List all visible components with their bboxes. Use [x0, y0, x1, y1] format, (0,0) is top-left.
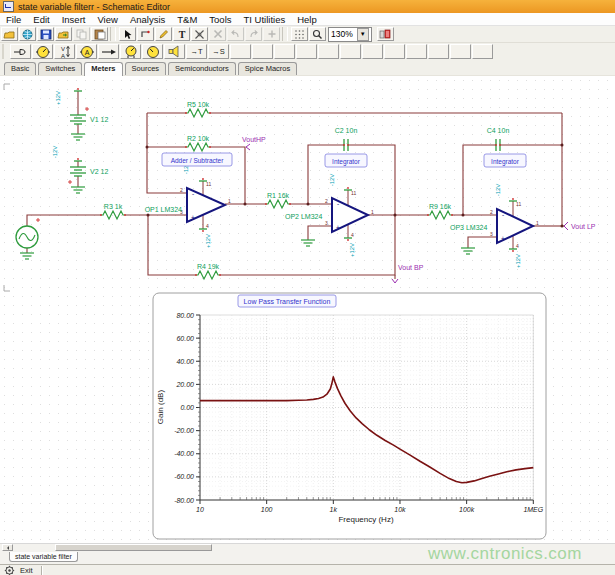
grid-toggle-button[interactable] [291, 27, 308, 41]
toolbar-grip[interactable] [2, 44, 9, 59]
resistor-r3[interactable] [101, 211, 125, 219]
resistor-r9[interactable] [428, 211, 452, 219]
ground-symbol[interactable] [20, 253, 34, 259]
paste-button[interactable] [91, 27, 108, 41]
label-op1-vplus: +12V [205, 234, 211, 248]
tab-switches[interactable]: Switches [38, 62, 82, 75]
main-toolbar: T 130% ▼ [0, 26, 615, 43]
add-button[interactable] [263, 27, 280, 41]
x-tick-label: 1MEG [523, 506, 543, 513]
label-r4: R4 19k [197, 263, 220, 270]
ground-symbol[interactable] [461, 248, 475, 254]
text-tool-button[interactable]: T [173, 27, 190, 41]
delete-icon [213, 29, 223, 39]
va-arrows-icon: VA [58, 45, 72, 58]
menu-help[interactable]: Help [291, 14, 323, 25]
signal-generator[interactable] [16, 226, 38, 248]
component-jack-button[interactable] [10, 44, 31, 59]
multimeter-icon [123, 45, 139, 59]
resistor-r5[interactable] [186, 109, 210, 117]
undo-button[interactable] [227, 27, 244, 41]
status-exit-label[interactable]: Exit [20, 566, 33, 575]
resistor-r2[interactable] [186, 143, 210, 151]
scrollbar-thumb[interactable] [55, 544, 212, 551]
import-button[interactable] [55, 27, 72, 41]
component-ammeter-button[interactable]: A [76, 44, 97, 59]
component-ohmmeter-button[interactable] [142, 44, 163, 59]
y-tick-label: 0.00 [180, 404, 194, 411]
op3-pin2: 2 [490, 209, 493, 215]
capacitor-c4[interactable] [495, 139, 501, 151]
x-tick-label: 10k [394, 506, 406, 513]
component-va-meter-button[interactable]: VA [54, 44, 75, 59]
vouthp-pin-marker [246, 144, 250, 150]
gear-icon[interactable] [4, 565, 15, 575]
menu-tools[interactable]: Tools [203, 14, 237, 25]
component-jump-to-s-button[interactable]: →S [208, 44, 229, 59]
draw-tool-button[interactable] [155, 27, 172, 41]
transfer-function-chart[interactable]: 80.0060.0040.0020.000.00-20.00-40.00-60.… [153, 293, 546, 539]
resistor-r4[interactable] [196, 271, 220, 279]
component-empty-slot [296, 44, 317, 59]
interactive-mode-button[interactable] [377, 27, 394, 41]
wire-tool-button[interactable] [137, 27, 154, 41]
wire[interactable] [308, 226, 332, 240]
component-speaker-button[interactable] [164, 44, 185, 59]
globe-icon [21, 29, 34, 40]
magnifier-icon [312, 29, 323, 40]
capacitor-c2[interactable] [343, 139, 349, 151]
text-tool-icon: T [177, 29, 187, 40]
toolbar-separator [282, 27, 288, 41]
ground-symbol[interactable] [301, 240, 315, 246]
menu-file[interactable]: File [0, 14, 27, 25]
svg-text:V: V [61, 46, 65, 52]
wire[interactable] [148, 215, 196, 275]
menu-ti-utilities[interactable]: TI Utilities [238, 14, 292, 25]
open-file-button[interactable] [1, 27, 18, 41]
wire[interactable] [468, 237, 497, 248]
component-empty-slot [472, 44, 493, 59]
cross-wires-button[interactable] [191, 27, 208, 41]
component-multimeter-button[interactable] [120, 44, 141, 59]
battery-v2[interactable] [70, 167, 86, 176]
battery-v1[interactable] [70, 115, 86, 124]
ground-symbol[interactable] [71, 134, 85, 140]
component-jump-to-t-button[interactable]: →T [186, 44, 207, 59]
x-tick-label: 100 [261, 506, 273, 513]
junction-dot [146, 146, 149, 149]
delete-button[interactable] [209, 27, 226, 41]
copy-button[interactable] [73, 27, 90, 41]
scroll-left-button[interactable] [2, 544, 13, 551]
tab-semiconductors[interactable]: Semiconductors [168, 62, 236, 75]
op1-pin2: 2 [180, 187, 183, 193]
component-tabs: Basic Switches Meters Sources Semiconduc… [0, 60, 615, 76]
select-tool-button[interactable] [119, 27, 136, 41]
op2-inverting-mark: - [337, 200, 339, 207]
label-op2-vminus: -12V [329, 174, 335, 187]
menu-edit[interactable]: Edit [27, 14, 55, 25]
resistor-r1[interactable] [266, 200, 290, 208]
polarity-plus-mark [36, 218, 40, 222]
component-pin-button[interactable] [98, 44, 119, 59]
open-web-button[interactable] [19, 27, 36, 41]
wire[interactable] [220, 215, 395, 275]
ground-symbol[interactable] [71, 187, 85, 193]
zoom-level-select[interactable]: 130% ▼ [328, 27, 372, 42]
sheet-tab[interactable]: state variable filter [9, 552, 78, 562]
menu-view[interactable]: View [91, 14, 123, 25]
chart-ylabel: Gain (dB) [156, 390, 165, 425]
menu-tm[interactable]: T&M [171, 14, 203, 25]
svg-text:T: T [178, 29, 185, 40]
zoom-tool-button[interactable] [309, 27, 326, 41]
component-voltmeter-button[interactable] [32, 44, 53, 59]
schematic-canvas[interactable]: - + - + - + 2 3 1 11 4 2 3 1 11 4 2 3 1 … [0, 76, 615, 543]
save-button[interactable] [37, 27, 54, 41]
tab-meters[interactable]: Meters [84, 62, 122, 76]
redo-button[interactable] [245, 27, 262, 41]
menu-insert[interactable]: Insert [56, 14, 92, 25]
tab-basic[interactable]: Basic [4, 62, 36, 75]
menu-analysis[interactable]: Analysis [124, 14, 171, 25]
tab-spice-macros[interactable]: Spice Macros [238, 62, 297, 75]
tab-sources[interactable]: Sources [125, 62, 167, 75]
op3-pin3: 3 [490, 231, 493, 237]
